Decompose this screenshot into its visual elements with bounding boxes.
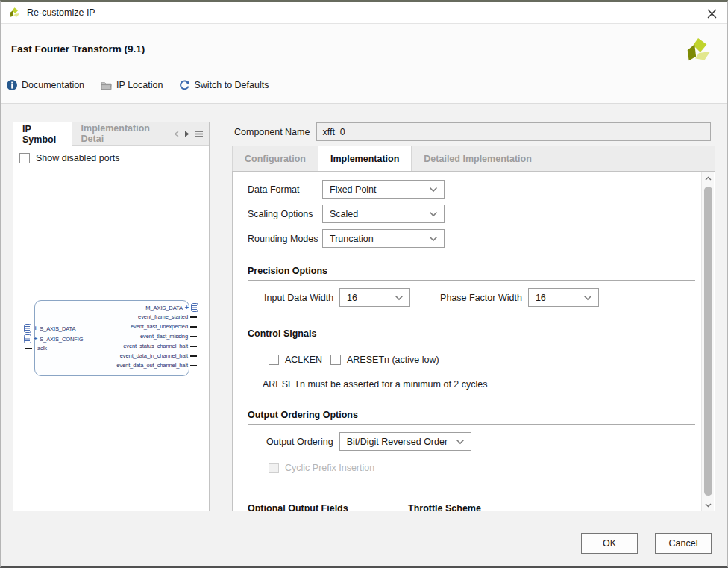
port-event-frame-started: event_frame_started xyxy=(138,313,197,320)
cancel-button-label: Cancel xyxy=(669,538,698,549)
optional-output-fields-header: Optional Output Fields xyxy=(248,503,348,511)
close-icon[interactable] xyxy=(705,7,718,20)
tab-implementation[interactable]: Implementation xyxy=(318,146,412,171)
show-disabled-ports-row: Show disabled ports xyxy=(19,153,120,163)
input-data-width-value: 16 xyxy=(347,293,357,303)
left-tabstrip: IP Symbol Implementation Detai xyxy=(13,122,209,146)
switch-to-defaults-button[interactable]: Switch to Defaults xyxy=(179,80,269,90)
bus-interface-icon xyxy=(24,334,31,343)
folder-icon xyxy=(101,81,112,90)
rounding-modes-select[interactable]: Truncation xyxy=(322,229,445,248)
component-name-row: Component Name xyxy=(234,122,711,141)
toolbar: Documentation IP Location Switch to Defa… xyxy=(7,80,269,90)
port-pin-icon xyxy=(190,346,197,347)
cyclic-prefix-checkbox xyxy=(269,463,279,473)
phase-factor-width-select[interactable]: 16 xyxy=(528,288,599,307)
scroll-down-icon[interactable] xyxy=(702,499,715,511)
ok-button[interactable]: OK xyxy=(581,533,638,554)
expand-icon[interactable]: + xyxy=(34,336,37,342)
tab-configuration-label: Configuration xyxy=(245,154,306,164)
window-title: Re-customize IP xyxy=(27,7,95,18)
port-label: event_data_in_channel_halt xyxy=(120,352,188,359)
xilinx-logo-icon xyxy=(8,7,21,19)
documentation-label: Documentation xyxy=(22,80,84,90)
scrollbar-thumb[interactable] xyxy=(704,187,712,496)
component-name-input[interactable] xyxy=(316,122,711,141)
recustomize-ip-dialog: Re-customize IP Fast Fourier Transform (… xyxy=(0,0,728,568)
expand-icon[interactable]: + xyxy=(185,305,189,310)
vertical-scrollbar[interactable] xyxy=(701,172,714,511)
scaling-options-value: Scaled xyxy=(330,209,358,219)
port-event-tlast-unexpected: event_tlast_unexpected xyxy=(131,323,197,330)
ip-symbol-panel: IP Symbol Implementation Detai Show disa… xyxy=(13,122,210,511)
port-pin-icon xyxy=(190,316,197,318)
component-name-label: Component Name xyxy=(234,127,310,137)
scroll-up-icon[interactable] xyxy=(702,172,715,184)
menu-icon[interactable] xyxy=(195,131,203,137)
aresetn-checkbox[interactable] xyxy=(330,355,341,365)
port-pin-icon xyxy=(190,355,197,357)
expand-icon[interactable]: + xyxy=(34,325,37,331)
documentation-button[interactable]: Documentation xyxy=(7,80,84,90)
main-tabstrip: Configuration Implementation Detailed Im… xyxy=(232,146,715,171)
port-pin-icon xyxy=(190,336,197,337)
chevron-down-icon xyxy=(395,295,404,301)
port-label: M_AXIS_DATA xyxy=(145,305,182,311)
port-m-axis-data: M_AXIS_DATA + xyxy=(145,303,198,312)
data-format-select[interactable]: Fixed Point xyxy=(322,180,445,199)
throttle-scheme-header: Throttle Scheme xyxy=(408,503,481,511)
phase-factor-width-value: 16 xyxy=(536,293,546,303)
chevron-left-icon[interactable] xyxy=(174,131,179,137)
aresetn-note: ARESETn must be asserted for a minimum o… xyxy=(263,379,488,390)
data-format-value: Fixed Point xyxy=(330,184,377,195)
ip-location-label: IP Location xyxy=(116,80,163,90)
ip-symbol-diagram: + S_AXIS_DATA + S_AXIS_CONFIG aclk M_AXI… xyxy=(22,296,201,385)
data-format-row: Data Format Fixed Point xyxy=(248,180,445,199)
scaling-options-select[interactable]: Scaled xyxy=(322,205,445,223)
cyclic-prefix-row: Cyclic Prefix Insertion xyxy=(269,463,374,473)
scaling-options-label: Scaling Options xyxy=(248,209,322,219)
precision-widths-row: Input Data Width 16 Phase Factor Width 1… xyxy=(264,288,599,307)
data-format-label: Data Format xyxy=(248,184,322,195)
port-event-tlast-missing: event_tlast_missing xyxy=(140,333,197,340)
title-bar: Re-customize IP xyxy=(1,2,727,24)
tab-implementation-details-label: Implementation Detai xyxy=(81,123,165,144)
rounding-modes-value: Truncation xyxy=(330,234,374,244)
port-pin-icon xyxy=(190,365,197,366)
ok-button-label: OK xyxy=(603,538,616,549)
aresetn-checkbox-row: ARESETn (active low) xyxy=(330,355,439,365)
chevron-down-icon xyxy=(429,187,438,193)
aclken-checkbox[interactable] xyxy=(269,355,279,365)
refresh-icon xyxy=(179,80,189,90)
aresetn-label: ARESETn (active low) xyxy=(347,355,439,365)
port-event-data-out-channel-halt: event_data_out_channel_halt xyxy=(116,362,197,369)
show-disabled-ports-checkbox[interactable] xyxy=(19,153,30,163)
port-label: event_data_out_channel_halt xyxy=(116,362,188,369)
port-event-data-in-channel-halt: event_data_in_channel_halt xyxy=(120,352,197,359)
port-label: event_frame_started xyxy=(138,313,188,320)
tab-configuration[interactable]: Configuration xyxy=(233,146,318,171)
precision-options-header: Precision Options xyxy=(248,266,695,281)
port-event-status-channel-halt: event_status_channel_halt xyxy=(123,343,197,349)
tab-scroll-controls xyxy=(174,122,209,145)
tab-implementation-details[interactable]: Implementation Detai xyxy=(72,122,174,145)
implementation-tab-content: Data Format Fixed Point Scaling Options … xyxy=(232,171,715,511)
cancel-button[interactable]: Cancel xyxy=(655,533,712,554)
tab-ip-symbol[interactable]: IP Symbol xyxy=(13,122,72,146)
input-data-width-select[interactable]: 16 xyxy=(339,288,410,307)
switch-to-defaults-label: Switch to Defaults xyxy=(194,80,269,90)
port-pin-icon xyxy=(25,348,32,349)
port-label: event_tlast_unexpected xyxy=(131,323,188,330)
output-ordering-select[interactable]: Bit/Digit Reversed Order xyxy=(339,432,471,451)
port-label: aclk xyxy=(37,345,47,352)
ip-location-button[interactable]: IP Location xyxy=(101,80,163,90)
output-ordering-options-header: Output Ordering Options xyxy=(248,410,695,425)
info-icon xyxy=(7,80,17,90)
cyclic-prefix-label: Cyclic Prefix Insertion xyxy=(285,463,374,473)
output-ordering-value: Bit/Digit Reversed Order xyxy=(347,437,448,447)
chevron-right-icon[interactable] xyxy=(184,131,189,137)
tab-detailed-implementation[interactable]: Detailed Implementation xyxy=(412,146,543,171)
port-s-axis-config: + S_AXIS_CONFIG xyxy=(24,334,83,343)
control-signals-header: Control Signals xyxy=(248,328,695,343)
chevron-down-icon xyxy=(429,211,438,217)
